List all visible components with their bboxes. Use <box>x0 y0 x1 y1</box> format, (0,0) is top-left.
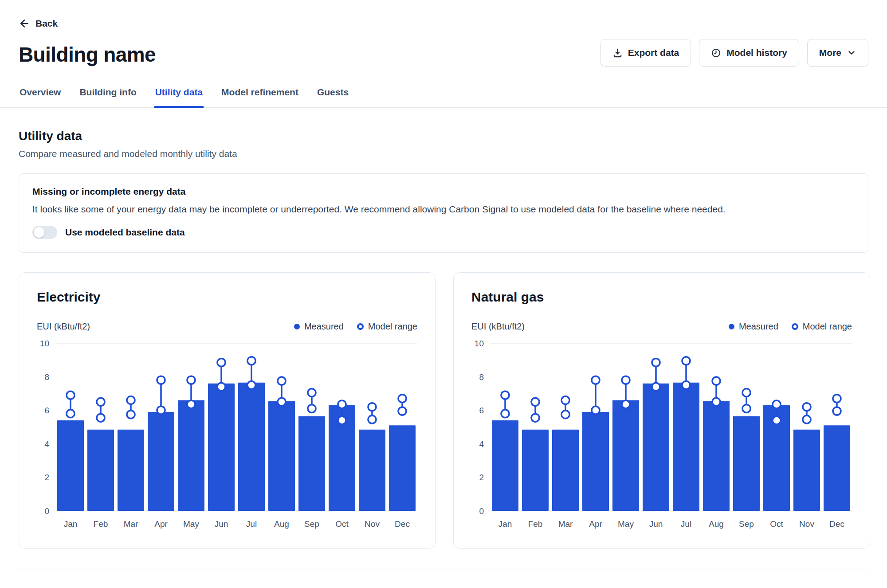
svg-text:May: May <box>618 519 634 529</box>
section-subtitle: Compare measured and modeled monthly uti… <box>19 149 868 159</box>
svg-text:2: 2 <box>479 473 484 482</box>
svg-text:Dec: Dec <box>829 519 844 529</box>
section-title: Utility data <box>19 129 868 143</box>
svg-text:Dec: Dec <box>395 519 410 529</box>
clock-icon <box>711 48 721 58</box>
tab-utility-data[interactable]: Utility data <box>154 82 204 108</box>
svg-text:2: 2 <box>44 473 49 482</box>
model-range-ring-icon <box>792 323 798 330</box>
more-label: More <box>819 47 841 58</box>
y-axis-label: EUI (kBtu/ft2) <box>471 321 525 332</box>
bottom-divider <box>19 569 868 569</box>
svg-text:Mar: Mar <box>558 519 573 529</box>
back-button[interactable]: Back <box>19 0 58 29</box>
svg-text:Nov: Nov <box>365 519 380 529</box>
tab-building-info[interactable]: Building info <box>78 82 137 108</box>
svg-text:Jun: Jun <box>649 519 663 529</box>
svg-text:10: 10 <box>40 339 49 348</box>
chart-title-electricity: Electricity <box>37 290 417 305</box>
model-history-label: Model history <box>726 47 787 58</box>
page-title: Building name <box>19 43 156 67</box>
svg-text:Jan: Jan <box>498 519 512 529</box>
svg-text:6: 6 <box>44 406 49 416</box>
back-label: Back <box>35 18 58 29</box>
tab-bar: OverviewBuilding infoUtility dataModel r… <box>0 82 887 108</box>
electricity-chart: 0246810JanFebMarAprMayJunJulAugSepOctNov… <box>37 336 417 537</box>
svg-text:10: 10 <box>475 339 484 348</box>
svg-text:Sep: Sep <box>304 519 319 529</box>
use-modeled-baseline-toggle[interactable] <box>32 226 57 239</box>
svg-text:Jul: Jul <box>681 519 691 529</box>
svg-text:Oct: Oct <box>770 519 783 529</box>
svg-text:Apr: Apr <box>589 519 602 529</box>
svg-text:6: 6 <box>479 406 484 416</box>
export-data-label: Export data <box>628 47 679 58</box>
page-header: Back Building name Export data Model his… <box>0 0 887 67</box>
legend-measured-label: Measured <box>739 321 778 332</box>
tab-guests[interactable]: Guests <box>316 82 349 108</box>
legend-model-range-label: Model range <box>368 321 417 332</box>
tab-overview[interactable]: Overview <box>19 82 62 108</box>
svg-text:Oct: Oct <box>335 519 349 529</box>
natural-gas-chart: 0246810JanFebMarAprMayJunJulAugSepOctNov… <box>471 336 852 537</box>
toggle-label: Use modeled baseline data <box>65 227 185 238</box>
legend-model-range: Model range <box>357 321 417 332</box>
chart-legend: Measured Model range <box>729 321 852 332</box>
export-data-button[interactable]: Export data <box>600 39 691 67</box>
arrow-left-icon <box>19 18 30 29</box>
svg-text:Aug: Aug <box>274 519 289 529</box>
svg-text:Mar: Mar <box>124 519 138 529</box>
svg-text:Feb: Feb <box>528 519 543 529</box>
missing-data-alert: Missing or incomplete energy data It loo… <box>19 173 868 253</box>
main-content: Utility data Compare measured and modele… <box>0 129 887 569</box>
svg-text:4: 4 <box>479 439 484 449</box>
alert-body: It looks like some of your energy data m… <box>32 203 855 216</box>
svg-text:8: 8 <box>479 372 484 382</box>
svg-text:Nov: Nov <box>799 519 814 529</box>
model-range-ring-icon <box>357 323 364 330</box>
measured-dot-icon <box>729 324 734 329</box>
chart-canvas: 0246810JanFebMarAprMayJunJulAugSepOctNov… <box>471 336 852 535</box>
alert-title: Missing or incomplete energy data <box>32 186 855 197</box>
svg-text:Apr: Apr <box>154 519 168 529</box>
legend-measured: Measured <box>729 321 778 332</box>
y-axis-label: EUI (kBtu/ft2) <box>37 321 90 332</box>
measured-dot-icon <box>294 324 300 329</box>
header-actions: Export data Model history More <box>600 39 868 67</box>
chevron-down-icon <box>847 48 856 58</box>
svg-text:4: 4 <box>44 439 49 449</box>
more-button[interactable]: More <box>807 39 868 67</box>
toggle-knob <box>34 227 44 238</box>
svg-text:0: 0 <box>44 506 49 516</box>
legend-model-range: Model range <box>792 321 852 332</box>
svg-text:Aug: Aug <box>709 519 724 529</box>
legend-measured: Measured <box>294 321 344 332</box>
svg-text:Jun: Jun <box>215 519 228 529</box>
download-icon <box>612 48 623 58</box>
legend-measured-label: Measured <box>304 321 344 332</box>
chart-canvas: 0246810JanFebMarAprMayJunJulAugSepOctNov… <box>37 336 417 535</box>
svg-text:Sep: Sep <box>739 519 754 529</box>
electricity-chart-card: Electricity EUI (kBtu/ft2) Measured Mode… <box>19 272 436 549</box>
tab-model-refinement[interactable]: Model refinement <box>220 82 299 108</box>
svg-text:May: May <box>183 519 199 529</box>
svg-text:0: 0 <box>479 506 484 516</box>
natural-gas-chart-card: Natural gas EUI (kBtu/ft2) Measured Mode… <box>453 272 870 549</box>
svg-text:Feb: Feb <box>94 519 108 529</box>
svg-text:Jul: Jul <box>246 519 257 529</box>
svg-text:8: 8 <box>44 372 49 382</box>
legend-model-range-label: Model range <box>803 321 852 332</box>
svg-text:Jan: Jan <box>64 519 78 529</box>
chart-title-natural-gas: Natural gas <box>471 290 852 305</box>
chart-legend: Measured Model range <box>294 321 417 332</box>
model-history-button[interactable]: Model history <box>699 39 799 67</box>
